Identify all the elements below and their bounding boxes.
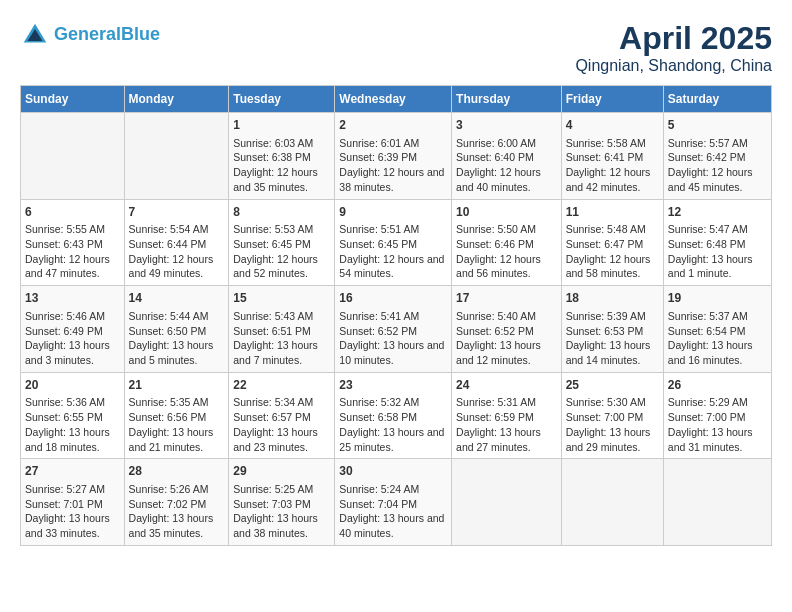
sunrise-text: Sunrise: 5:37 AM [668,310,748,322]
day-number: 28 [129,463,225,480]
calendar-cell [561,459,663,546]
day-number: 3 [456,117,557,134]
day-number: 1 [233,117,330,134]
sunset-text: Sunset: 6:49 PM [25,325,103,337]
calendar-cell: 12 Sunrise: 5:47 AM Sunset: 6:48 PM Dayl… [663,199,771,286]
daylight-text: Daylight: 13 hours and 5 minutes. [129,339,214,366]
calendar-cell: 16 Sunrise: 5:41 AM Sunset: 6:52 PM Dayl… [335,286,452,373]
sunrise-text: Sunrise: 5:51 AM [339,223,419,235]
daylight-text: Daylight: 13 hours and 16 minutes. [668,339,753,366]
sunrise-text: Sunrise: 5:31 AM [456,396,536,408]
calendar-cell: 25 Sunrise: 5:30 AM Sunset: 7:00 PM Dayl… [561,372,663,459]
daylight-text: Daylight: 13 hours and 25 minutes. [339,426,444,453]
weekday-header: Thursday [452,86,562,113]
day-number: 11 [566,204,659,221]
day-number: 21 [129,377,225,394]
sunset-text: Sunset: 6:44 PM [129,238,207,250]
sunset-text: Sunset: 6:45 PM [339,238,417,250]
calendar-cell: 23 Sunrise: 5:32 AM Sunset: 6:58 PM Dayl… [335,372,452,459]
page-subtitle: Qingnian, Shandong, China [575,57,772,75]
calendar-header-row: SundayMondayTuesdayWednesdayThursdayFrid… [21,86,772,113]
calendar-cell: 26 Sunrise: 5:29 AM Sunset: 7:00 PM Dayl… [663,372,771,459]
sunrise-text: Sunrise: 5:54 AM [129,223,209,235]
calendar-cell: 5 Sunrise: 5:57 AM Sunset: 6:42 PM Dayli… [663,113,771,200]
sunset-text: Sunset: 6:39 PM [339,151,417,163]
sunrise-text: Sunrise: 5:47 AM [668,223,748,235]
sunset-text: Sunset: 6:47 PM [566,238,644,250]
sunset-text: Sunset: 6:52 PM [456,325,534,337]
daylight-text: Daylight: 12 hours and 47 minutes. [25,253,110,280]
daylight-text: Daylight: 12 hours and 54 minutes. [339,253,444,280]
sunset-text: Sunset: 6:59 PM [456,411,534,423]
daylight-text: Daylight: 12 hours and 58 minutes. [566,253,651,280]
sunset-text: Sunset: 6:41 PM [566,151,644,163]
sunset-text: Sunset: 6:48 PM [668,238,746,250]
daylight-text: Daylight: 13 hours and 18 minutes. [25,426,110,453]
sunrise-text: Sunrise: 5:35 AM [129,396,209,408]
calendar-week-row: 27 Sunrise: 5:27 AM Sunset: 7:01 PM Dayl… [21,459,772,546]
calendar-cell: 28 Sunrise: 5:26 AM Sunset: 7:02 PM Dayl… [124,459,229,546]
sunset-text: Sunset: 7:03 PM [233,498,311,510]
calendar-cell: 9 Sunrise: 5:51 AM Sunset: 6:45 PM Dayli… [335,199,452,286]
logo: GeneralBlue [20,20,160,50]
day-number: 10 [456,204,557,221]
calendar-cell: 1 Sunrise: 6:03 AM Sunset: 6:38 PM Dayli… [229,113,335,200]
sunrise-text: Sunrise: 5:29 AM [668,396,748,408]
calendar-cell: 19 Sunrise: 5:37 AM Sunset: 6:54 PM Dayl… [663,286,771,373]
day-number: 7 [129,204,225,221]
weekday-header: Friday [561,86,663,113]
logo-icon [20,20,50,50]
calendar-cell [452,459,562,546]
sunrise-text: Sunrise: 6:01 AM [339,137,419,149]
calendar-cell [663,459,771,546]
sunrise-text: Sunrise: 5:24 AM [339,483,419,495]
day-number: 5 [668,117,767,134]
day-number: 24 [456,377,557,394]
weekday-header: Monday [124,86,229,113]
daylight-text: Daylight: 13 hours and 10 minutes. [339,339,444,366]
calendar-cell: 2 Sunrise: 6:01 AM Sunset: 6:39 PM Dayli… [335,113,452,200]
sunset-text: Sunset: 6:38 PM [233,151,311,163]
sunset-text: Sunset: 6:55 PM [25,411,103,423]
day-number: 22 [233,377,330,394]
sunrise-text: Sunrise: 5:58 AM [566,137,646,149]
daylight-text: Daylight: 12 hours and 40 minutes. [456,166,541,193]
day-number: 13 [25,290,120,307]
sunset-text: Sunset: 6:54 PM [668,325,746,337]
sunset-text: Sunset: 7:04 PM [339,498,417,510]
daylight-text: Daylight: 13 hours and 23 minutes. [233,426,318,453]
sunrise-text: Sunrise: 6:00 AM [456,137,536,149]
daylight-text: Daylight: 13 hours and 21 minutes. [129,426,214,453]
sunset-text: Sunset: 6:42 PM [668,151,746,163]
calendar-cell: 6 Sunrise: 5:55 AM Sunset: 6:43 PM Dayli… [21,199,125,286]
page-header: GeneralBlue April 2025 Qingnian, Shandon… [20,20,772,75]
daylight-text: Daylight: 12 hours and 45 minutes. [668,166,753,193]
day-number: 30 [339,463,447,480]
daylight-text: Daylight: 12 hours and 49 minutes. [129,253,214,280]
sunset-text: Sunset: 6:58 PM [339,411,417,423]
calendar-cell: 14 Sunrise: 5:44 AM Sunset: 6:50 PM Dayl… [124,286,229,373]
sunrise-text: Sunrise: 5:30 AM [566,396,646,408]
sunset-text: Sunset: 7:00 PM [668,411,746,423]
logo-line2: Blue [121,24,160,44]
daylight-text: Daylight: 13 hours and 7 minutes. [233,339,318,366]
sunset-text: Sunset: 6:45 PM [233,238,311,250]
calendar-table: SundayMondayTuesdayWednesdayThursdayFrid… [20,85,772,546]
day-number: 29 [233,463,330,480]
sunrise-text: Sunrise: 5:27 AM [25,483,105,495]
calendar-cell: 29 Sunrise: 5:25 AM Sunset: 7:03 PM Dayl… [229,459,335,546]
sunrise-text: Sunrise: 5:25 AM [233,483,313,495]
calendar-cell: 18 Sunrise: 5:39 AM Sunset: 6:53 PM Dayl… [561,286,663,373]
sunrise-text: Sunrise: 5:40 AM [456,310,536,322]
sunrise-text: Sunrise: 5:32 AM [339,396,419,408]
daylight-text: Daylight: 13 hours and 31 minutes. [668,426,753,453]
daylight-text: Daylight: 12 hours and 42 minutes. [566,166,651,193]
logo-line1: General [54,24,121,44]
daylight-text: Daylight: 13 hours and 12 minutes. [456,339,541,366]
day-number: 16 [339,290,447,307]
sunset-text: Sunset: 7:02 PM [129,498,207,510]
sunrise-text: Sunrise: 6:03 AM [233,137,313,149]
calendar-cell: 22 Sunrise: 5:34 AM Sunset: 6:57 PM Dayl… [229,372,335,459]
logo-text: GeneralBlue [54,24,160,46]
calendar-cell: 30 Sunrise: 5:24 AM Sunset: 7:04 PM Dayl… [335,459,452,546]
